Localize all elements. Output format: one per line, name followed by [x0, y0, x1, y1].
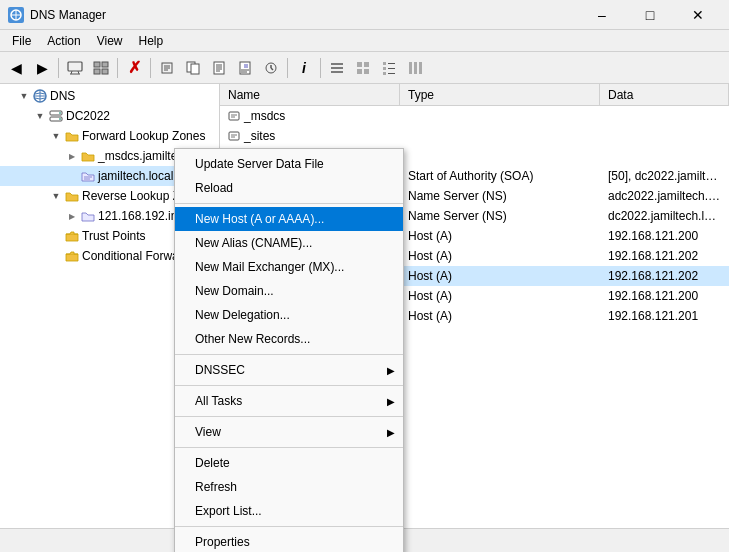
toolbar-sep4	[287, 58, 288, 78]
svg-rect-56	[229, 132, 239, 140]
ctx-new-delegation[interactable]: New Delegation...	[175, 303, 403, 327]
svg-rect-37	[383, 67, 386, 70]
tree-arrow-fwd: ▼	[48, 128, 64, 144]
toolbar-view1[interactable]	[325, 56, 349, 80]
maximize-button[interactable]: □	[627, 0, 673, 30]
dns-icon	[32, 88, 48, 104]
svg-line-27	[271, 68, 273, 70]
svg-rect-43	[419, 62, 422, 74]
list-header: Name Type Data	[220, 84, 729, 106]
toolbar-info[interactable]: i	[292, 56, 316, 80]
folder-closed-icon	[64, 228, 80, 244]
ctx-dnssec[interactable]: DNSSEC ▶	[175, 358, 403, 382]
cell-data: [50], dc2022.jamiltech.loc...	[600, 169, 729, 183]
tree-label-conditional: Conditional Forwa...	[82, 249, 189, 263]
toolbar-view4[interactable]	[403, 56, 427, 80]
toolbar-delete[interactable]: ✗	[122, 56, 146, 80]
cell-data: dc2022.jamiltech.local.	[600, 209, 729, 223]
tree-label-jamiltech: jamiltech.local	[98, 169, 173, 183]
window-title: DNS Manager	[30, 8, 106, 22]
col-header-data[interactable]: Data	[600, 84, 729, 105]
ctx-reload[interactable]: Reload	[175, 176, 403, 200]
minimize-button[interactable]: –	[579, 0, 625, 30]
cell-type: Name Server (NS)	[400, 189, 600, 203]
toolbar-view2[interactable]	[351, 56, 375, 80]
cell-type: Host (A)	[400, 249, 600, 263]
close-button[interactable]: ✕	[675, 0, 721, 30]
tree-item-dc2022[interactable]: ▼ DC2022	[0, 106, 219, 126]
ctx-new-mail[interactable]: New Mail Exchanger (MX)...	[175, 255, 403, 279]
tree-label-fwd: Forward Lookup Zones	[82, 129, 205, 143]
toolbar-sep1	[58, 58, 59, 78]
tree-arrow-cond	[48, 248, 64, 264]
tree-item-forward-lookup[interactable]: ▼ Forward Lookup Zones	[0, 126, 219, 146]
cell-data: 192.168.121.202	[600, 269, 729, 283]
title-bar: DNS Manager – □ ✕	[0, 0, 729, 30]
ctx-other-new[interactable]: Other New Records...	[175, 327, 403, 351]
menu-file[interactable]: File	[4, 32, 39, 50]
ctx-view[interactable]: View ▶	[175, 420, 403, 444]
tree-arrow-msdcs: ▶	[64, 148, 80, 164]
toolbar-computer[interactable]	[63, 56, 87, 80]
app-icon	[8, 7, 24, 23]
cell-data: 192.168.121.202	[600, 249, 729, 263]
cell-type: Host (A)	[400, 309, 600, 323]
tree-item-dns[interactable]: ▼ DNS	[0, 86, 219, 106]
toolbar-forward[interactable]: ▶	[30, 56, 54, 80]
toolbar-btn5[interactable]	[259, 56, 283, 80]
ctx-properties[interactable]: Properties	[175, 530, 403, 552]
svg-rect-31	[357, 62, 362, 67]
cell-data: 192.168.121.200	[600, 289, 729, 303]
toolbar-back[interactable]: ◀	[4, 56, 28, 80]
list-row[interactable]: _sites	[220, 126, 729, 146]
ctx-sep1	[175, 203, 403, 204]
cell-type: Name Server (NS)	[400, 209, 600, 223]
ctx-update-server[interactable]: Update Server Data File	[175, 152, 403, 176]
context-menu: Update Server Data File Reload New Host …	[174, 148, 404, 552]
ctx-sep6	[175, 526, 403, 527]
col-header-name[interactable]: Name	[220, 84, 400, 105]
folder-closed-icon2	[64, 248, 80, 264]
tree-label-trust: Trust Points	[82, 229, 146, 243]
tree-label-dns: DNS	[50, 89, 75, 103]
svg-rect-8	[102, 62, 108, 67]
toolbar-btn2[interactable]	[181, 56, 205, 80]
svg-rect-42	[414, 62, 417, 74]
folder-open-icon2	[64, 188, 80, 204]
zone-icon2	[80, 208, 96, 224]
col-header-type[interactable]: Type	[400, 84, 600, 105]
toolbar: ◀ ▶ ✗ i	[0, 52, 729, 84]
ctx-new-domain[interactable]: New Domain...	[175, 279, 403, 303]
menu-help[interactable]: Help	[131, 32, 172, 50]
window-controls: – □ ✕	[579, 0, 721, 30]
svg-rect-7	[94, 62, 100, 67]
ctx-refresh[interactable]: Refresh	[175, 475, 403, 499]
cell-data: 192.168.121.200	[600, 229, 729, 243]
ctx-new-alias[interactable]: New Alias (CNAME)...	[175, 231, 403, 255]
toolbar-btn4[interactable]	[233, 56, 257, 80]
cell-data: 192.168.121.201	[600, 309, 729, 323]
toolbar-sep3	[150, 58, 151, 78]
ctx-sep3	[175, 385, 403, 386]
menu-bar: File Action View Help	[0, 30, 729, 52]
svg-point-50	[59, 118, 61, 120]
svg-rect-34	[364, 69, 369, 74]
toolbar-view-toggle[interactable]	[89, 56, 113, 80]
ctx-delete[interactable]: Delete	[175, 451, 403, 475]
tree-arrow-192: ▶	[64, 208, 80, 224]
menu-action[interactable]: Action	[39, 32, 88, 50]
toolbar-btn1[interactable]	[155, 56, 179, 80]
ctx-all-tasks[interactable]: All Tasks ▶	[175, 389, 403, 413]
ctx-new-host[interactable]: New Host (A or AAAA)...	[175, 207, 403, 231]
folder-open-icon	[64, 128, 80, 144]
tree-label-dc2022: DC2022	[66, 109, 110, 123]
ctx-export-list[interactable]: Export List...	[175, 499, 403, 523]
menu-view[interactable]: View	[89, 32, 131, 50]
svg-rect-41	[409, 62, 412, 74]
tree-arrow-trust	[48, 228, 64, 244]
list-row[interactable]: _msdcs	[220, 106, 729, 126]
cell-name: _msdcs	[220, 109, 400, 123]
toolbar-btn3[interactable]	[207, 56, 231, 80]
tree-arrow-dns: ▼	[16, 88, 32, 104]
toolbar-view3[interactable]	[377, 56, 401, 80]
